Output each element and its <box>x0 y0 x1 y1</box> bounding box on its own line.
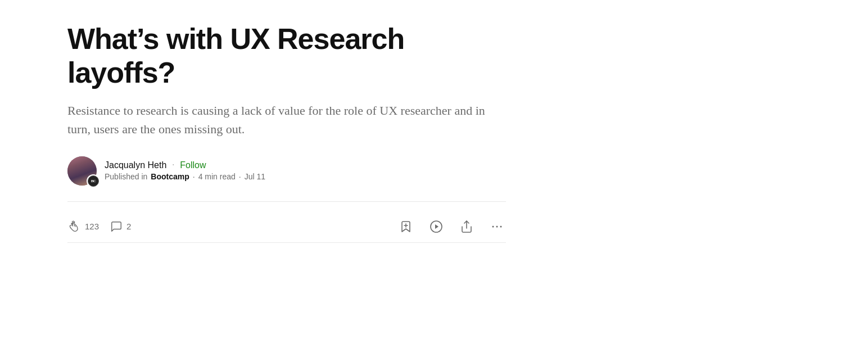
svg-point-7 <box>500 225 502 227</box>
divider-top <box>67 201 506 202</box>
clap-button[interactable]: 123 <box>67 220 99 233</box>
author-name[interactable]: Jacqualyn Heth <box>105 160 166 170</box>
read-time: 4 min read <box>198 172 236 181</box>
clap-count: 123 <box>85 222 99 231</box>
share-button[interactable] <box>458 218 476 236</box>
action-bar: 123 2 <box>67 211 506 242</box>
save-button[interactable] <box>397 218 415 236</box>
divider-bottom <box>67 242 506 243</box>
action-bar-right <box>397 218 506 236</box>
published-in-label: Published in <box>105 172 147 181</box>
svg-point-6 <box>496 225 498 227</box>
publication-badge: BC <box>87 174 100 188</box>
comment-button[interactable]: 2 <box>110 220 131 233</box>
dot-separator-2: · <box>193 172 195 181</box>
publication-name[interactable]: Bootcamp <box>151 172 189 181</box>
comment-icon <box>110 220 123 233</box>
dot-separator-3: · <box>239 172 241 181</box>
publish-date: Jul 11 <box>245 172 265 181</box>
svg-marker-3 <box>435 224 438 229</box>
follow-button[interactable]: Follow <box>180 160 206 170</box>
more-options-button[interactable] <box>488 218 506 236</box>
article-info-row: Published in Bootcamp · 4 min read · Jul… <box>105 172 265 181</box>
avatar-wrapper: BC <box>67 156 97 186</box>
comment-count: 2 <box>126 222 131 231</box>
author-name-row: Jacqualyn Heth · Follow <box>105 160 265 170</box>
article-title: What’s with UX Research layoffs? <box>67 22 506 90</box>
svg-point-5 <box>492 225 494 227</box>
listen-button[interactable] <box>427 218 445 236</box>
clap-icon <box>67 220 81 233</box>
dot-separator-1: · <box>172 160 174 170</box>
author-meta: Jacqualyn Heth · Follow Published in Boo… <box>105 160 265 181</box>
author-row: BC Jacqualyn Heth · Follow Published in … <box>67 156 506 186</box>
article-subtitle: Resistance to research is causing a lack… <box>67 101 506 138</box>
article-header: What’s with UX Research layoffs? Resista… <box>67 22 506 201</box>
action-bar-left: 123 2 <box>67 220 131 233</box>
publication-badge-icon: BC <box>88 175 99 187</box>
